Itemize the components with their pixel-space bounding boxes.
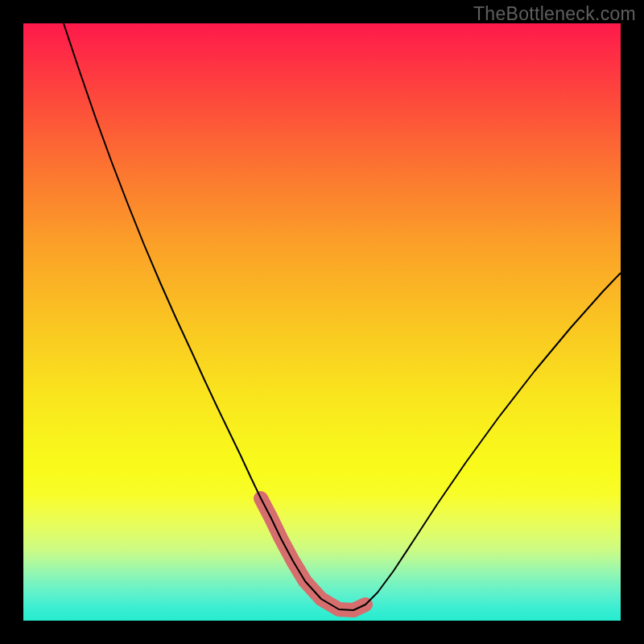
plot-area xyxy=(23,23,621,621)
curve-svg xyxy=(23,23,621,621)
main-curve-path xyxy=(64,23,621,610)
bottom-highlight-path xyxy=(261,498,365,610)
watermark-text: TheBottleneck.com xyxy=(473,3,636,25)
chart-stage: TheBottleneck.com xyxy=(0,0,644,644)
